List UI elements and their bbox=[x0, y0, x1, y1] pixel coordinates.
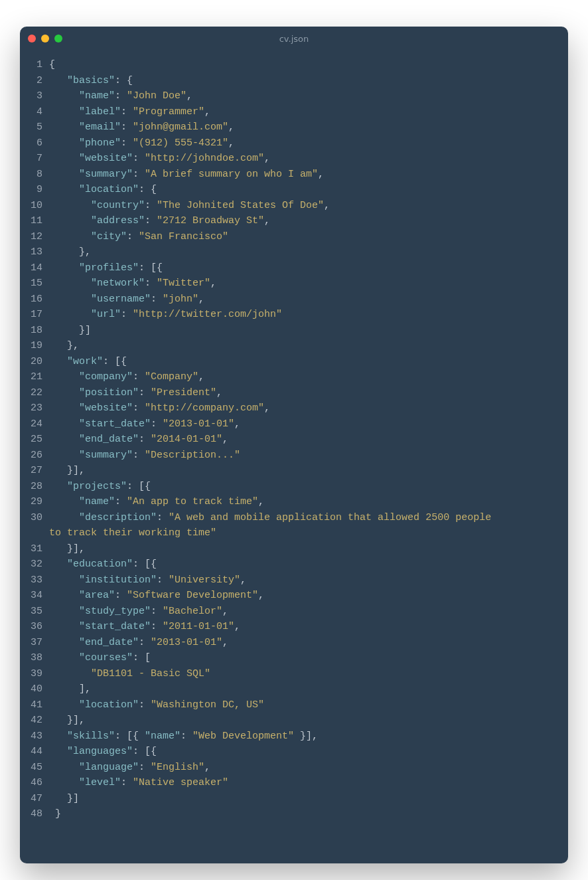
traffic-lights bbox=[28, 35, 62, 43]
code-line: to track their working time" bbox=[49, 525, 555, 541]
code-line: }] bbox=[49, 791, 555, 807]
line-number: 17 bbox=[20, 307, 42, 323]
line-number: 35 bbox=[20, 604, 42, 620]
line-number: 28 bbox=[20, 479, 42, 495]
code-line: }], bbox=[49, 541, 555, 557]
code-line: "level": "Native speaker" bbox=[49, 775, 555, 791]
line-number: 13 bbox=[20, 244, 42, 260]
line-number: 25 bbox=[20, 432, 42, 448]
editor-area[interactable]: 1234567891011121314151617181920212223242… bbox=[20, 50, 568, 863]
code-line: "courses": [ bbox=[49, 650, 555, 666]
code-line: "DB1101 - Basic SQL" bbox=[49, 666, 555, 682]
line-number: 7 bbox=[20, 151, 42, 167]
titlebar: cv.json bbox=[20, 27, 568, 50]
line-gutter: 1234567891011121314151617181920212223242… bbox=[20, 57, 49, 853]
code-line: "description": "A web and mobile applica… bbox=[49, 510, 555, 526]
line-number: 27 bbox=[20, 463, 42, 479]
line-number: 9 bbox=[20, 182, 42, 198]
line-number: 8 bbox=[20, 167, 42, 183]
line-number: 4 bbox=[20, 104, 42, 120]
code-line: "location": { bbox=[49, 182, 555, 198]
code-line: "end_date": "2014-01-01", bbox=[49, 432, 555, 448]
line-number: 5 bbox=[20, 120, 42, 135]
line-number: 40 bbox=[20, 681, 42, 697]
code-line: }, bbox=[49, 338, 555, 354]
maximize-icon[interactable] bbox=[54, 35, 62, 43]
line-number: 38 bbox=[20, 650, 42, 666]
code-line: ], bbox=[49, 681, 555, 697]
line-number: 23 bbox=[20, 400, 42, 416]
code-line: "basics": { bbox=[49, 73, 555, 89]
code-line: }], bbox=[49, 713, 555, 729]
line-number: 26 bbox=[20, 448, 42, 464]
line-number: 1 bbox=[20, 57, 42, 73]
code-line: }] bbox=[49, 323, 555, 339]
code-line: "end_date": "2013-01-01", bbox=[49, 635, 555, 651]
line-number: 36 bbox=[20, 619, 42, 635]
line-number: 47 bbox=[20, 791, 42, 807]
code-line: "languages": [{ bbox=[49, 744, 555, 760]
code-line: "area": "Software Development", bbox=[49, 588, 555, 604]
line-number: 45 bbox=[20, 760, 42, 776]
code-line: "name": "John Doe", bbox=[49, 88, 555, 104]
code-line: "language": "English", bbox=[49, 760, 555, 776]
line-number: 44 bbox=[20, 744, 42, 760]
line-number: 29 bbox=[20, 494, 42, 510]
line-number: 33 bbox=[20, 572, 42, 588]
code-line: "institution": "University", bbox=[49, 572, 555, 588]
line-number: 34 bbox=[20, 588, 42, 604]
code-line: }], bbox=[49, 463, 555, 479]
line-number: 42 bbox=[20, 713, 42, 729]
line-number: 31 bbox=[20, 541, 42, 557]
code-line: "profiles": [{ bbox=[49, 260, 555, 276]
code-content[interactable]: { "basics": { "name": "John Doe", "label… bbox=[49, 57, 568, 853]
code-line: "network": "Twitter", bbox=[49, 276, 555, 292]
line-number: 48 bbox=[20, 806, 42, 822]
code-line: { bbox=[49, 57, 555, 73]
line-number: 2 bbox=[20, 73, 42, 89]
line-number: 21 bbox=[20, 369, 42, 385]
line-number bbox=[20, 525, 42, 541]
line-number: 20 bbox=[20, 354, 42, 370]
code-line: } bbox=[49, 806, 555, 822]
code-line: "email": "john@gmail.com", bbox=[49, 120, 555, 135]
line-number: 46 bbox=[20, 775, 42, 791]
code-line: "label": "Programmer", bbox=[49, 104, 555, 120]
minimize-icon[interactable] bbox=[41, 35, 49, 43]
code-line: "username": "john", bbox=[49, 292, 555, 308]
code-line: "education": [{ bbox=[49, 557, 555, 572]
line-number: 32 bbox=[20, 557, 42, 572]
line-number: 41 bbox=[20, 697, 42, 713]
line-number: 10 bbox=[20, 198, 42, 214]
code-line: }, bbox=[49, 244, 555, 260]
code-line: "study_type": "Bachelor", bbox=[49, 604, 555, 620]
close-icon[interactable] bbox=[28, 35, 36, 43]
code-line: "location": "Washington DC, US" bbox=[49, 697, 555, 713]
code-line: "projects": [{ bbox=[49, 479, 555, 495]
code-line: "summary": "Description..." bbox=[49, 448, 555, 464]
line-number: 12 bbox=[20, 229, 42, 245]
code-line: "skills": [{ "name": "Web Development" }… bbox=[49, 729, 555, 745]
line-number: 19 bbox=[20, 338, 42, 354]
code-line: "country": "The Johnited States Of Doe", bbox=[49, 198, 555, 214]
line-number: 24 bbox=[20, 416, 42, 432]
line-number: 37 bbox=[20, 635, 42, 651]
line-number: 11 bbox=[20, 213, 42, 229]
code-line: "summary": "A brief summary on who I am"… bbox=[49, 167, 555, 183]
editor-window: cv.json 12345678910111213141516171819202… bbox=[20, 27, 568, 863]
line-number: 30 bbox=[20, 510, 42, 526]
line-number: 16 bbox=[20, 292, 42, 308]
code-line: "company": "Company", bbox=[49, 369, 555, 385]
code-line: "url": "http://twitter.com/john" bbox=[49, 307, 555, 323]
code-line: "address": "2712 Broadway St", bbox=[49, 213, 555, 229]
code-line: "name": "An app to track time", bbox=[49, 494, 555, 510]
code-line: "website": "http://johndoe.com", bbox=[49, 151, 555, 167]
code-line: "city": "San Francisco" bbox=[49, 229, 555, 245]
line-number: 39 bbox=[20, 666, 42, 682]
line-number: 15 bbox=[20, 276, 42, 292]
line-number: 14 bbox=[20, 260, 42, 276]
line-number: 6 bbox=[20, 135, 42, 151]
code-line: "position": "President", bbox=[49, 385, 555, 401]
line-number: 43 bbox=[20, 729, 42, 745]
window-title: cv.json bbox=[20, 34, 568, 44]
